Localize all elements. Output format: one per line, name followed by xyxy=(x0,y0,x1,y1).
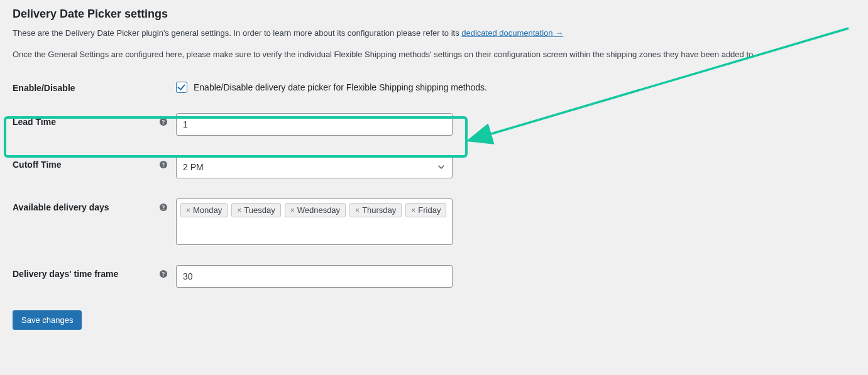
day-tag-label: Thursday xyxy=(362,205,396,215)
label-cutoff: Cutoff Time xyxy=(13,160,158,170)
intro-paragraph-2: Once the General Settings are configured… xyxy=(13,48,855,61)
row-cutoff: Cutoff Time ? 2 PM xyxy=(13,146,855,188)
help-icon[interactable]: ? xyxy=(158,160,168,170)
remove-tag-icon[interactable]: × xyxy=(290,207,295,214)
day-tag-label: Tuesday xyxy=(244,205,275,215)
svg-text:?: ? xyxy=(162,161,165,168)
label-available-days: Available delivery days xyxy=(13,202,158,212)
remove-tag-icon[interactable]: × xyxy=(237,207,241,214)
row-lead-time: Lead Time ? xyxy=(13,103,855,146)
day-tag[interactable]: × Wednesday xyxy=(285,203,346,217)
label-time-frame: Delivery days' time frame xyxy=(13,269,158,279)
day-tag[interactable]: × Thursday xyxy=(349,203,402,217)
lead-time-input[interactable] xyxy=(176,113,453,136)
day-tag[interactable]: × Tuesday xyxy=(231,203,280,217)
day-tag-label: Friday xyxy=(418,205,441,215)
svg-text:?: ? xyxy=(162,204,165,211)
cutoff-value: 2 PM xyxy=(183,162,204,172)
cutoff-select[interactable]: 2 PM xyxy=(176,156,453,178)
available-days-multiselect[interactable]: × Monday× Tuesday× Wednesday× Thursday× … xyxy=(176,198,453,245)
help-icon[interactable]: ? xyxy=(158,202,168,212)
row-available-days: Available delivery days ? × Monday× Tues… xyxy=(13,188,855,255)
svg-text:?: ? xyxy=(162,271,165,278)
svg-text:?: ? xyxy=(162,119,165,126)
page-title: Delivery Date Picker settings xyxy=(13,8,855,21)
intro-text: These are the Delivery Date Picker plugi… xyxy=(13,28,461,38)
time-frame-input[interactable] xyxy=(176,265,453,288)
help-icon[interactable]: ? xyxy=(158,269,168,279)
remove-tag-icon[interactable]: × xyxy=(186,207,190,214)
chevron-down-icon xyxy=(437,163,446,171)
label-lead-time: Lead Time xyxy=(13,117,158,127)
save-button[interactable]: Save changes xyxy=(13,310,82,330)
enable-checkbox[interactable] xyxy=(176,82,187,93)
row-time-frame: Delivery days' time frame ? xyxy=(13,255,855,298)
intro-paragraph-1: These are the Delivery Date Picker plugi… xyxy=(13,27,855,40)
day-tag[interactable]: × Monday xyxy=(180,203,228,217)
documentation-link[interactable]: dedicated documentation → xyxy=(461,28,563,38)
remove-tag-icon[interactable]: × xyxy=(411,207,415,214)
day-tag-label: Monday xyxy=(193,205,222,215)
help-icon[interactable]: ? xyxy=(158,117,168,127)
day-tag[interactable]: × Friday xyxy=(405,203,446,217)
day-tag-label: Wednesday xyxy=(297,205,340,215)
row-enable: Enable/Disable Enable/Disable delivery d… xyxy=(13,69,855,103)
enable-checkbox-label: Enable/Disable delivery date picker for … xyxy=(194,82,487,92)
label-enable: Enable/Disable xyxy=(13,83,176,93)
remove-tag-icon[interactable]: × xyxy=(355,207,360,214)
